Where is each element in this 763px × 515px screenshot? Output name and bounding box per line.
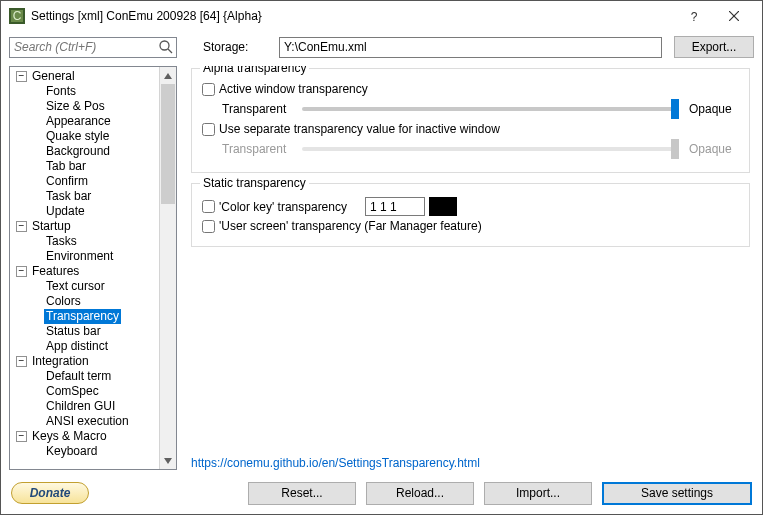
svg-marker-8 bbox=[164, 73, 172, 79]
storage-label: Storage: bbox=[203, 40, 273, 54]
tree-item-confirm[interactable]: Confirm bbox=[10, 174, 159, 189]
tree-group-integration[interactable]: −Integration bbox=[10, 354, 159, 369]
svg-line-7 bbox=[168, 49, 172, 53]
tree-item-children-gui[interactable]: Children GUI bbox=[10, 399, 159, 414]
reload-button[interactable]: Reload... bbox=[366, 482, 474, 505]
svg-text:C: C bbox=[13, 9, 22, 23]
scroll-up-icon[interactable] bbox=[160, 67, 176, 84]
help-link[interactable]: https://conemu.github.io/en/SettingsTran… bbox=[191, 456, 750, 470]
transparent-label-disabled: Transparent bbox=[222, 142, 292, 156]
active-slider[interactable] bbox=[302, 107, 679, 111]
footer: Donate Reset... Reload... Import... Save… bbox=[1, 476, 762, 514]
search-input[interactable] bbox=[9, 37, 177, 58]
tree-item-update[interactable]: Update bbox=[10, 204, 159, 219]
help-button[interactable]: ? bbox=[674, 2, 714, 30]
tree-group-startup[interactable]: −Startup bbox=[10, 219, 159, 234]
colorkey-swatch[interactable] bbox=[429, 197, 457, 216]
colorkey-label: 'Color key' transparency bbox=[219, 200, 347, 214]
inactive-slider bbox=[302, 147, 679, 151]
tree-item-task-bar[interactable]: Task bar bbox=[10, 189, 159, 204]
tree-item-ansi-execution[interactable]: ANSI execution bbox=[10, 414, 159, 429]
scroll-down-icon[interactable] bbox=[160, 452, 176, 469]
tree-item-transparency[interactable]: Transparency bbox=[10, 309, 159, 324]
app-icon: C bbox=[9, 8, 25, 24]
opaque-label-disabled: Opaque bbox=[689, 142, 739, 156]
tree-item-comspec[interactable]: ComSpec bbox=[10, 384, 159, 399]
tree-item-keyboard[interactable]: Keyboard bbox=[10, 444, 159, 459]
static-legend: Static transparency bbox=[200, 176, 309, 190]
tree-item-app-distinct[interactable]: App distinct bbox=[10, 339, 159, 354]
top-row: Storage: Export... bbox=[1, 31, 762, 66]
svg-marker-9 bbox=[164, 458, 172, 464]
tree-group-features[interactable]: −Features bbox=[10, 264, 159, 279]
donate-button[interactable]: Donate bbox=[11, 482, 89, 504]
active-transparency-checkbox[interactable] bbox=[202, 83, 215, 96]
sidebar: −GeneralFontsSize & PosAppearanceQuake s… bbox=[9, 66, 177, 470]
close-button[interactable] bbox=[714, 2, 754, 30]
export-button[interactable]: Export... bbox=[674, 36, 754, 58]
search-icon[interactable] bbox=[158, 39, 174, 55]
tree-item-tab-bar[interactable]: Tab bar bbox=[10, 159, 159, 174]
separate-transparency-checkbox[interactable] bbox=[202, 123, 215, 136]
settings-tree[interactable]: −GeneralFontsSize & PosAppearanceQuake s… bbox=[10, 67, 159, 469]
tree-item-fonts[interactable]: Fonts bbox=[10, 84, 159, 99]
svg-text:?: ? bbox=[691, 10, 698, 23]
window-title: Settings [xml] ConEmu 200928 [64] {Alpha… bbox=[31, 9, 674, 23]
tree-item-colors[interactable]: Colors bbox=[10, 294, 159, 309]
tree-item-size-pos[interactable]: Size & Pos bbox=[10, 99, 159, 114]
tree-group-keys-macro[interactable]: −Keys & Macro bbox=[10, 429, 159, 444]
userscreen-label: 'User screen' transparency (Far Manager … bbox=[219, 219, 482, 233]
opaque-label: Opaque bbox=[689, 102, 739, 116]
titlebar: C Settings [xml] ConEmu 200928 [64] {Alp… bbox=[1, 1, 762, 31]
tree-item-environment[interactable]: Environment bbox=[10, 249, 159, 264]
storage-input[interactable] bbox=[279, 37, 662, 58]
transparent-label: Transparent bbox=[222, 102, 292, 116]
save-button[interactable]: Save settings bbox=[602, 482, 752, 505]
alpha-transparency-group: Alpha transparency Active window transpa… bbox=[191, 68, 750, 173]
static-transparency-group: Static transparency 'Color key' transpar… bbox=[191, 183, 750, 247]
tree-item-quake-style[interactable]: Quake style bbox=[10, 129, 159, 144]
tree-item-appearance[interactable]: Appearance bbox=[10, 114, 159, 129]
tree-item-status-bar[interactable]: Status bar bbox=[10, 324, 159, 339]
colorkey-checkbox[interactable] bbox=[202, 200, 215, 213]
colorkey-input[interactable] bbox=[365, 197, 425, 216]
active-transparency-label: Active window transparency bbox=[219, 82, 368, 96]
content-panel: Alpha transparency Active window transpa… bbox=[177, 66, 762, 476]
separate-transparency-label: Use separate transparency value for inac… bbox=[219, 122, 500, 136]
scroll-thumb[interactable] bbox=[161, 84, 175, 204]
tree-item-background[interactable]: Background bbox=[10, 144, 159, 159]
tree-item-default-term[interactable]: Default term bbox=[10, 369, 159, 384]
tree-group-general[interactable]: −General bbox=[10, 69, 159, 84]
tree-item-tasks[interactable]: Tasks bbox=[10, 234, 159, 249]
tree-item-text-cursor[interactable]: Text cursor bbox=[10, 279, 159, 294]
alpha-legend: Alpha transparency bbox=[200, 66, 309, 75]
reset-button[interactable]: Reset... bbox=[248, 482, 356, 505]
import-button[interactable]: Import... bbox=[484, 482, 592, 505]
userscreen-checkbox[interactable] bbox=[202, 220, 215, 233]
svg-point-6 bbox=[160, 41, 169, 50]
scrollbar[interactable] bbox=[159, 67, 176, 469]
